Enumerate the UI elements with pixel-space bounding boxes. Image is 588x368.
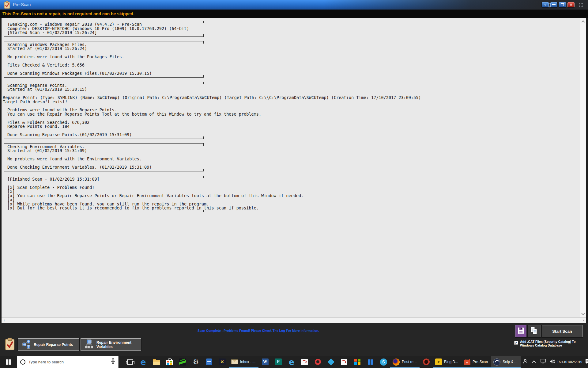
microsoft-logo-button[interactable] xyxy=(351,356,364,368)
dark-x-app-button[interactable]: ✕ xyxy=(216,356,229,368)
network-tray-button[interactable] xyxy=(539,356,548,368)
volume-tray-button[interactable] xyxy=(548,356,557,368)
log-environment-text: Checking Environment Variables. Started … xyxy=(7,145,204,170)
vertical-scrollbar[interactable] xyxy=(580,18,586,317)
gauge-app-button[interactable] xyxy=(298,356,311,368)
cat-files-checkbox[interactable]: ✓ xyxy=(514,341,518,345)
taskbar: e ⚙ ✕ Inbox - ... W P e S Post re... Bin… xyxy=(0,356,588,368)
hidden-icons-chevron xyxy=(532,360,536,364)
screen: { "window": { "title": "Pre-Scan", "cont… xyxy=(0,0,588,368)
start-scan-button[interactable]: Start Scan xyxy=(542,325,582,337)
firefox-taskbar-button[interactable]: Post re... xyxy=(390,356,420,368)
mail-icon xyxy=(231,359,238,364)
save-log-button[interactable] xyxy=(515,325,526,337)
log-section-header: Tweaking.com - Windows Repair 2018 (v4.4… xyxy=(4,21,204,37)
help-button[interactable]: ? xyxy=(542,2,549,7)
clipboard-check-icon-large xyxy=(5,338,15,352)
log-section-reparse: Scanning Reparse Points. Started at (01/… xyxy=(3,82,580,139)
taskbar-search[interactable] xyxy=(17,356,119,368)
repair-environment-variables-label: Repair Environment Variables xyxy=(96,340,141,349)
windows-app-button[interactable] xyxy=(364,356,377,368)
clock-date: 01/02/2019 xyxy=(565,360,582,364)
bing-label: Bing D... xyxy=(444,360,458,364)
repair-environment-variables-button[interactable]: Repair Environment Variables xyxy=(81,338,141,351)
red-ring-app-button[interactable] xyxy=(420,356,433,368)
maximize-button[interactable] xyxy=(559,2,566,7)
settings-button[interactable]: ⚙ xyxy=(189,356,202,368)
edge-icon: e xyxy=(140,357,146,367)
opera-icon xyxy=(315,359,321,365)
green-app-button[interactable] xyxy=(176,356,189,368)
repair-reparse-points-button[interactable]: Repair Reparse Points xyxy=(18,338,79,351)
prescan-taskbar-button[interactable]: Pre-Scan xyxy=(461,356,491,368)
action-center-button[interactable]: 3 xyxy=(582,356,588,368)
snip-sketch-taskbar-button[interactable]: Snip & ... xyxy=(491,356,521,368)
repair-reparse-points-label: Repair Reparse Points xyxy=(34,343,73,347)
settings-gear-icon: ⚙ xyxy=(193,358,199,365)
gauge-app-button-2[interactable] xyxy=(337,356,351,368)
clock-time: 15:41 xyxy=(557,360,566,364)
window-title: Pre-Scan xyxy=(13,2,31,7)
blue-document-app-button[interactable] xyxy=(202,356,216,368)
notification-icon xyxy=(585,358,588,366)
title-bar: Pre-Scan ? ✕ xyxy=(0,0,588,10)
log-reparse-detail: Reparse Point: (Type: SYMLINK) (Name: SW… xyxy=(3,92,580,104)
restore-icon xyxy=(561,3,564,6)
gauge-app-icon xyxy=(301,359,308,365)
microphone-icon[interactable] xyxy=(111,358,115,366)
file-explorer-button[interactable] xyxy=(150,356,163,368)
green-app-icon xyxy=(179,358,186,366)
log-reparse-tail: Problems were found with the Reparse Poi… xyxy=(7,108,204,137)
search-input[interactable] xyxy=(28,360,108,364)
prescan-toolbox-icon xyxy=(464,360,470,365)
cat-files-option: ✓ Add .CAT Files (Security Catalog) To W… xyxy=(514,340,588,347)
horizontal-scrollbar[interactable]: ‹ › xyxy=(2,317,586,323)
taskbar-clock[interactable]: 15:41 01/02/2019 xyxy=(557,356,582,368)
log-section-summary: [Finished Scan - 01/02/2019 15:31:09] [x… xyxy=(4,176,204,212)
kodi-button[interactable] xyxy=(324,356,337,368)
edge-button[interactable]: e xyxy=(137,356,150,368)
cortana-ring-icon xyxy=(20,359,25,365)
internet-explorer-icon: e xyxy=(288,357,294,367)
firefox-label: Post re... xyxy=(402,360,417,364)
log-section-packages: Scanning Windows Packages Files. Started… xyxy=(4,41,204,78)
scan-log-area: Tweaking.com - Windows Repair 2018 (v4.4… xyxy=(2,18,586,317)
word-button[interactable]: W xyxy=(258,356,272,368)
skype-icon: S xyxy=(380,358,387,366)
bing-taskbar-button[interactable]: Bing D... xyxy=(433,356,461,368)
firefox-icon xyxy=(393,358,400,366)
bing-icon xyxy=(435,358,442,365)
log-section-environment: Checking Environment Variables. Started … xyxy=(4,143,204,171)
windows-blue-icon xyxy=(368,359,373,365)
cat-files-label: Add .CAT Files (Security Catalog) To Win… xyxy=(520,340,588,347)
blue-document-icon xyxy=(206,358,212,365)
show-hidden-icons-button[interactable] xyxy=(530,356,539,368)
publisher-button[interactable]: P xyxy=(272,356,285,368)
red-ring-app-icon xyxy=(423,358,430,365)
task-view-button[interactable] xyxy=(123,356,137,368)
people-icon xyxy=(522,358,528,365)
mail-taskbar-button[interactable]: Inbox - ... xyxy=(229,356,258,368)
internet-explorer-button[interactable]: e xyxy=(285,356,298,368)
reparse-points-icon xyxy=(22,339,31,350)
publisher-icon: P xyxy=(275,358,282,365)
file-explorer-icon xyxy=(153,360,160,365)
opera-button[interactable] xyxy=(311,356,324,368)
minimize-button[interactable] xyxy=(550,2,557,7)
scroll-left-icon[interactable]: ‹ xyxy=(4,318,5,323)
close-button[interactable]: ✕ xyxy=(567,2,575,7)
scroll-up-icon[interactable] xyxy=(581,20,585,24)
start-button[interactable] xyxy=(0,356,17,368)
speaker-icon xyxy=(550,359,556,365)
log-header-text: Tweaking.com - Windows Repair 2018 (v4.4… xyxy=(7,22,204,35)
skype-button[interactable]: S xyxy=(377,356,390,368)
scroll-right-icon[interactable]: › xyxy=(582,318,584,323)
microsoft-store-button[interactable] xyxy=(163,356,176,368)
log-summary-text: [Finished Scan - 01/02/2019 15:31:09] [x… xyxy=(7,177,204,210)
people-button[interactable] xyxy=(521,356,530,368)
dark-x-app-icon: ✕ xyxy=(219,358,226,365)
prescan-warning: This Pre-Scan is not a repair, is not re… xyxy=(0,10,588,18)
minimize-icon xyxy=(552,4,556,5)
copy-log-button[interactable] xyxy=(528,325,541,337)
scroll-down-icon[interactable] xyxy=(581,312,585,315)
